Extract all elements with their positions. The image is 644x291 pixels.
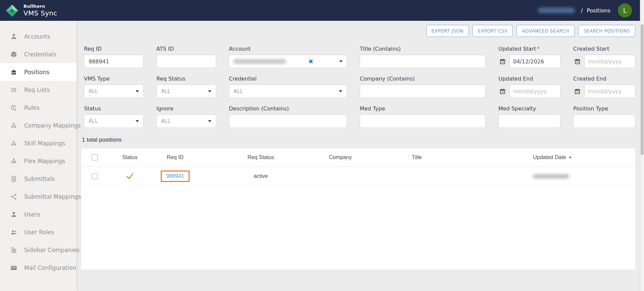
search-positions-button[interactable]: SEARCH POSITIONS: [578, 25, 635, 37]
row-checkbox[interactable]: [92, 173, 98, 179]
scrollbar-thumb[interactable]: [641, 24, 644, 155]
filter-created-start: Created Start 14: [573, 46, 635, 68]
sidebar-item-label: Mail Configuration: [24, 264, 76, 271]
calendar-icon[interactable]: 14: [498, 57, 506, 65]
chevron-down-icon: [136, 90, 139, 92]
clock-gear-icon: [10, 104, 17, 111]
company-contains-input[interactable]: [360, 85, 486, 98]
column-header-title[interactable]: Title: [405, 154, 528, 160]
sidebar-item-sidebar-companies[interactable]: Sidebar Companies: [0, 241, 77, 259]
breadcrumb-separator: /: [581, 7, 583, 14]
filter-updated-start: Updated Start* 14: [498, 46, 560, 68]
sidebar-item-label: Company Mappings: [24, 122, 81, 129]
advanced-search-button[interactable]: ADVANCED SEARCH: [516, 25, 574, 37]
created-start-input[interactable]: [584, 55, 635, 68]
share-icon: [10, 193, 17, 200]
column-header-status[interactable]: Status: [122, 154, 137, 160]
success-check-icon: [125, 172, 135, 181]
top-bar: Bullhorn VMS Sync / Positions L: [0, 0, 640, 21]
credential-select[interactable]: ALL: [229, 85, 347, 98]
updated-date-cell-redacted: [528, 174, 635, 179]
calendar-icon[interactable]: 14: [498, 87, 506, 95]
med-specialty-label: Med Specialty: [498, 105, 560, 112]
updated-end-input[interactable]: [509, 85, 560, 98]
column-header-company[interactable]: Company: [323, 154, 405, 160]
ats-id-input[interactable]: [156, 55, 216, 68]
med-specialty-input[interactable]: [498, 114, 560, 128]
calendar-icon[interactable]: 14: [573, 87, 581, 95]
toolbar: EXPORT JSON EXPORT CSV ADVANCED SEARCH S…: [81, 25, 635, 37]
sidebar-item-label: Rules: [24, 104, 40, 111]
sidebar-item-accounts[interactable]: Accounts: [0, 28, 77, 45]
column-header-label: Updated Date: [533, 154, 566, 160]
table-row[interactable]: 988941 active: [81, 167, 635, 186]
sidebar-item-label: Sidebar Companies: [24, 247, 80, 253]
people-icon: [10, 229, 17, 236]
export-json-button[interactable]: EXPORT JSON: [426, 25, 469, 37]
chevron-down-icon[interactable]: [339, 60, 343, 62]
sidebar-item-submittal-mappings[interactable]: Submittal Mappings: [0, 188, 77, 205]
brand-product: VMS Sync: [23, 9, 57, 17]
calendar-icon[interactable]: 14: [573, 57, 581, 65]
filter-ats-id: ATS ID: [156, 46, 216, 68]
sidebar-item-mail-configuration[interactable]: Mail Configuration: [0, 259, 77, 277]
results-table: Status Req ID Req Status Company Title U…: [81, 148, 635, 270]
sidebar-item-label: Skill Mappings: [24, 140, 65, 147]
column-header-req-status[interactable]: Req Status: [247, 154, 274, 160]
select-all-checkbox[interactable]: [92, 154, 98, 160]
x-clear-icon[interactable]: ✖: [308, 59, 313, 64]
req-id-input[interactable]: [84, 55, 144, 68]
person-icon: [10, 211, 17, 218]
sidebar-item-user-roles[interactable]: User Roles: [0, 223, 77, 241]
breadcrumb-current: Positions: [587, 7, 610, 14]
status-select[interactable]: ALL: [84, 114, 144, 128]
sidebar-item-credentials[interactable]: Credentials: [0, 45, 77, 63]
sidebar-item-rules[interactable]: Rules: [0, 99, 77, 116]
sidebar-item-label: Credentials: [24, 51, 56, 58]
req-id-link[interactable]: 988941: [166, 173, 184, 179]
user-avatar[interactable]: L: [618, 3, 632, 17]
account-label: Account: [229, 46, 347, 52]
sidebar-item-users[interactable]: Users: [0, 205, 77, 223]
document-icon: [10, 175, 17, 183]
sidebar-nav: Accounts Credentials Positions Req Lists: [0, 21, 77, 291]
column-header-req-id[interactable]: Req ID: [167, 154, 184, 160]
vms-type-select[interactable]: ALL: [84, 85, 144, 98]
ats-id-label: ATS ID: [156, 46, 216, 52]
account-combobox[interactable]: ✖: [229, 55, 347, 68]
filter-med-type: Med Type: [360, 105, 486, 128]
hierarchy-icon: [10, 140, 17, 147]
sidebar-item-positions[interactable]: Positions: [0, 63, 77, 81]
filter-med-specialty: Med Specialty: [498, 105, 560, 128]
breadcrumb-parent-redacted[interactable]: [538, 8, 575, 13]
req-status-select[interactable]: ALL: [156, 85, 216, 98]
mail-icon: [10, 264, 17, 272]
export-csv-button[interactable]: EXPORT CSV: [473, 25, 513, 37]
title-contains-input[interactable]: [360, 55, 486, 68]
filter-req-status: Req Status ALL: [156, 76, 216, 98]
req-id-label: Req ID: [84, 46, 144, 52]
column-header-updated-date[interactable]: Updated Date: [528, 154, 635, 160]
svg-text:14: 14: [576, 91, 579, 93]
created-end-input[interactable]: [584, 85, 635, 98]
updated-start-input[interactable]: [509, 55, 560, 68]
description-contains-input[interactable]: [229, 114, 347, 128]
sidebar-item-label: Accounts: [24, 33, 50, 40]
position-type-label: Position Type: [573, 105, 635, 112]
ignore-label: Ignore: [156, 105, 216, 112]
med-type-input[interactable]: [360, 114, 486, 128]
company-contains-label: Company (Contains): [360, 76, 486, 82]
ignore-select[interactable]: ALL: [156, 114, 216, 128]
sidebar-item-skill-mappings[interactable]: Skill Mappings: [0, 134, 77, 152]
sidebar-item-req-lists[interactable]: Req Lists: [0, 81, 77, 99]
sidebar-item-company-mappings[interactable]: Company Mappings: [0, 116, 77, 134]
sidebar-item-submittals[interactable]: Submittals: [0, 170, 77, 188]
svg-text:14: 14: [501, 91, 504, 93]
req-status-cell: active: [254, 173, 268, 179]
avatar-initial: L: [623, 7, 627, 14]
position-type-input[interactable]: [573, 114, 635, 128]
sidebar-item-flex-mappings[interactable]: Flex Mappings: [0, 152, 77, 170]
vertical-scrollbar[interactable]: [640, 0, 644, 291]
updated-end-label: Updated End: [498, 76, 560, 82]
select-value: ALL: [234, 88, 243, 94]
